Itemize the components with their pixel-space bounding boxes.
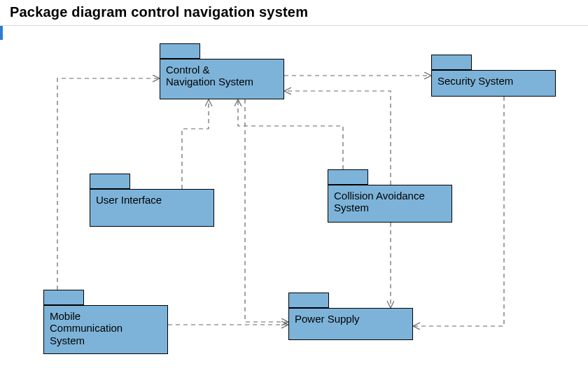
package-body: Security System xyxy=(431,70,556,97)
package-body: User Interface xyxy=(90,189,214,227)
package-label: Power Supply xyxy=(295,313,360,325)
page-title: Package diagram control navigation syste… xyxy=(10,4,308,20)
package-label: Control &Navigation System xyxy=(166,64,253,88)
edge-control_nav-to-power xyxy=(245,99,288,322)
package-tab xyxy=(160,43,200,59)
package-label: MobileCommunicationSystem xyxy=(50,310,122,346)
package-tab xyxy=(431,55,472,70)
package-body: MobileCommunicationSystem xyxy=(43,305,168,354)
package-tab xyxy=(43,290,84,305)
package-tab xyxy=(288,293,329,308)
package-label: User Interface xyxy=(96,194,162,206)
package-tab xyxy=(90,174,130,189)
package-label: Security System xyxy=(438,75,513,87)
edge-user_interface-to-control_nav xyxy=(182,99,209,189)
accent-tick xyxy=(0,26,3,40)
package-tab xyxy=(328,169,368,185)
package-body: Collision AvoidanceSystem xyxy=(328,185,452,223)
package-body: Power Supply xyxy=(288,308,413,340)
package-label: Collision AvoidanceSystem xyxy=(334,190,425,214)
package-body: Control &Navigation System xyxy=(160,59,284,99)
title-separator xyxy=(0,25,588,26)
